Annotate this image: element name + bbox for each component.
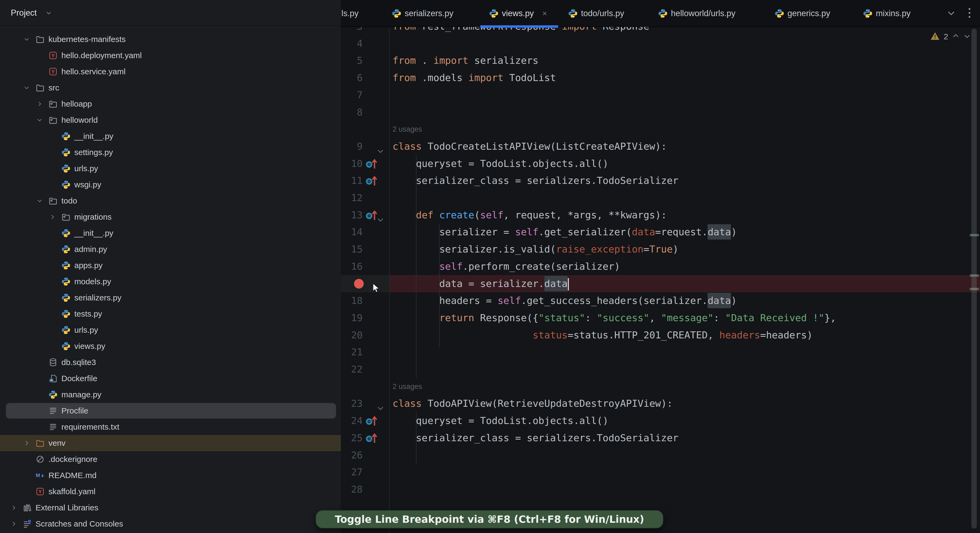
tree-item-admin.py[interactable]: admin.py bbox=[0, 241, 341, 257]
line-number[interactable]: 15 bbox=[341, 241, 363, 258]
tree-item-requirements.txt[interactable]: requirements.txt bbox=[0, 419, 341, 435]
tree-item-hello.service.yaml[interactable]: Yhello.service.yaml bbox=[0, 64, 341, 80]
tree-item-urls.py[interactable]: urls.py bbox=[0, 161, 341, 177]
override-icon[interactable] bbox=[365, 209, 377, 221]
tree-item-label: admin.py bbox=[74, 241, 107, 257]
line-number[interactable]: 11 bbox=[341, 172, 363, 189]
tree-item-settings.py[interactable]: settings.py bbox=[0, 144, 341, 161]
tree-item-wsgi.py[interactable]: wsgi.py bbox=[0, 177, 341, 193]
override-icon[interactable] bbox=[365, 415, 377, 427]
code-text: queryset = TodoList.objects.all() bbox=[393, 412, 608, 430]
chevron-down-icon[interactable] bbox=[36, 116, 43, 124]
line-number[interactable]: 6 bbox=[341, 69, 363, 86]
breakpoint-icon[interactable] bbox=[354, 279, 364, 289]
line-number[interactable]: 26 bbox=[341, 447, 363, 464]
line-number[interactable]: 28 bbox=[341, 481, 363, 498]
tree-item-label: serializers.py bbox=[74, 290, 121, 306]
line-number[interactable]: 16 bbox=[341, 258, 363, 275]
close-icon[interactable] bbox=[541, 10, 549, 17]
chevron-down-icon[interactable] bbox=[36, 197, 43, 204]
line-number[interactable]: 14 bbox=[341, 223, 363, 241]
tree-item-hello.deployment.yaml[interactable]: Yhello.deployment.yaml bbox=[0, 48, 341, 64]
fold-chevron-icon[interactable] bbox=[377, 212, 384, 219]
tree-item-helloworld[interactable]: helloworld bbox=[0, 112, 341, 128]
chevron-right-icon[interactable] bbox=[36, 100, 43, 107]
tree-item-src[interactable]: src bbox=[0, 80, 341, 96]
tree-item-apps.py[interactable]: apps.py bbox=[0, 257, 341, 274]
line-number[interactable]: 8 bbox=[341, 103, 363, 121]
line-number[interactable]: 22 bbox=[341, 361, 363, 378]
python-icon bbox=[61, 245, 70, 254]
line-number[interactable]: 5 bbox=[341, 52, 363, 69]
tree-item-procfile[interactable]: Procfile bbox=[0, 403, 341, 419]
tree-item--init-.py[interactable]: __init__.py bbox=[0, 225, 341, 241]
line-number[interactable]: 10 bbox=[341, 155, 363, 172]
line-number[interactable]: 13 bbox=[341, 207, 363, 224]
line-number[interactable]: 18 bbox=[341, 292, 363, 309]
tab-generics.py[interactable]: generics.py bbox=[766, 0, 843, 27]
editor-scrollbar[interactable] bbox=[971, 29, 977, 529]
tree-item-label: helloworld bbox=[61, 112, 98, 128]
inspections-widget[interactable]: 2 bbox=[930, 30, 971, 43]
override-icon[interactable] bbox=[365, 432, 377, 444]
tab-helloworld-urls.py[interactable]: helloworld/urls.py bbox=[649, 0, 752, 27]
project-panel-title[interactable]: Project bbox=[11, 0, 37, 26]
line-number[interactable]: 4 bbox=[341, 35, 363, 52]
tree-item-views.py[interactable]: views.py bbox=[0, 338, 341, 354]
tab-options-kebab-icon[interactable] bbox=[967, 8, 971, 19]
tree-item-venv[interactable]: venv bbox=[0, 435, 341, 451]
next-problem-chevron-down-icon[interactable] bbox=[963, 32, 971, 41]
line-number[interactable]: 24 bbox=[341, 412, 363, 430]
tree-item--init-.py[interactable]: __init__.py bbox=[0, 128, 341, 144]
chevron-right-icon[interactable] bbox=[10, 504, 17, 511]
chevron-right-icon[interactable] bbox=[49, 213, 56, 221]
line-number[interactable]: 12 bbox=[341, 189, 363, 207]
tree-item-helloapp[interactable]: helloapp bbox=[0, 96, 341, 112]
tab-mixins.py[interactable]: mixins.py bbox=[854, 0, 923, 27]
chevron-right-icon[interactable] bbox=[10, 520, 17, 527]
tab-serializers.py[interactable]: serializers.py bbox=[383, 0, 470, 27]
line-number[interactable]: 27 bbox=[341, 463, 363, 481]
tree-item-db.sqlite3[interactable]: db.sqlite3 bbox=[0, 354, 341, 371]
usages-inlay-hint[interactable]: 2 usages bbox=[393, 121, 554, 138]
prev-problem-chevron-up-icon[interactable] bbox=[952, 32, 959, 41]
chevron-right-icon[interactable] bbox=[23, 439, 30, 447]
tree-item-models.py[interactable]: models.py bbox=[0, 274, 341, 290]
tree-item-manage.py[interactable]: manage.py bbox=[0, 387, 341, 403]
override-icon[interactable] bbox=[365, 175, 377, 186]
usages-inlay-hint[interactable]: 2 usages bbox=[393, 378, 554, 395]
chevron-down-icon[interactable] bbox=[23, 36, 30, 43]
fold-chevron-icon[interactable] bbox=[377, 143, 384, 150]
tab-ls.py[interactable]: ls.py bbox=[341, 0, 373, 27]
ignore-icon bbox=[35, 455, 45, 464]
fold-chevron-icon[interactable] bbox=[377, 400, 384, 407]
tree-item-serializers.py[interactable]: serializers.py bbox=[0, 290, 341, 306]
tree-item-readme.md[interactable]: MREADME.md bbox=[0, 467, 341, 484]
line-number[interactable]: 7 bbox=[341, 86, 363, 103]
override-icon[interactable] bbox=[365, 158, 377, 170]
line-number[interactable]: 20 bbox=[341, 326, 363, 344]
tree-item-todo[interactable]: todo bbox=[0, 193, 341, 209]
tree-item-tests.py[interactable]: tests.py bbox=[0, 306, 341, 322]
tree-item-skaffold.yaml[interactable]: Yskaffold.yaml bbox=[0, 484, 341, 500]
chevron-down-icon[interactable] bbox=[23, 84, 30, 91]
line-number[interactable]: 21 bbox=[341, 344, 363, 361]
tab-todo-urls.py[interactable]: todo/urls.py bbox=[560, 0, 639, 27]
tree-item-migrations[interactable]: migrations bbox=[0, 209, 341, 225]
project-panel-header[interactable]: Project bbox=[0, 0, 341, 26]
tree-item-kubernetes-manifests[interactable]: kubernetes-manifests bbox=[0, 31, 341, 48]
tab-list-chevron-down-icon[interactable] bbox=[947, 8, 956, 19]
line-number[interactable]: 23 bbox=[341, 395, 363, 412]
tree-item-dockerfile[interactable]: Dockerfile bbox=[0, 371, 341, 387]
tree-item-scratches-and-consoles[interactable]: Scratches and Consoles bbox=[0, 516, 341, 532]
textfile-icon bbox=[48, 406, 57, 415]
line-number[interactable]: 25 bbox=[341, 430, 363, 447]
tree-item-urls.py[interactable]: urls.py bbox=[0, 322, 341, 338]
line-number[interactable]: 19 bbox=[341, 309, 363, 326]
python-icon bbox=[61, 261, 70, 270]
tree-item-external-libraries[interactable]: External Libraries bbox=[0, 500, 341, 516]
tab-views.py[interactable]: views.py bbox=[480, 0, 558, 27]
tree-item-.dockerignore[interactable]: .dockerignore bbox=[0, 451, 341, 467]
project-title-chevron-down-icon[interactable] bbox=[45, 10, 52, 16]
line-number[interactable]: 9 bbox=[341, 138, 363, 155]
